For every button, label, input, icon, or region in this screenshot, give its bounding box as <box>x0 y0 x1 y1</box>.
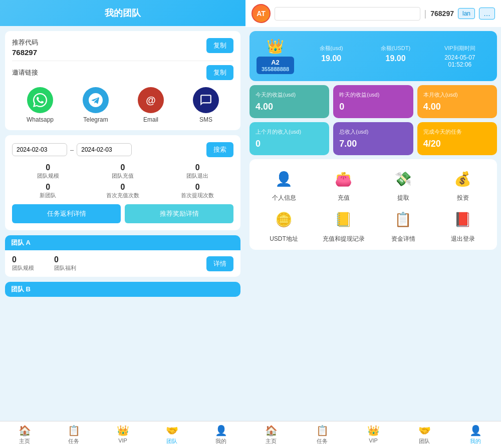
left-nav-team[interactable]: 🤝 团队 <box>147 424 196 445</box>
left-content: 推荐代码 768297 复制 邀请链接 复制 Whatsapp <box>0 26 245 421</box>
task-icon: 📋 <box>68 424 80 436</box>
right-nav-task[interactable]: 📋 任务 <box>297 424 348 445</box>
copy-invite-button[interactable]: 复制 <box>206 65 233 80</box>
referral-reward-button[interactable]: 推荐奖励详情 <box>125 204 233 223</box>
date-to-input[interactable] <box>77 143 132 156</box>
vip-icon: 👑 <box>117 424 129 436</box>
chat-button[interactable]: … <box>479 8 495 20</box>
menu-logout[interactable]: 📕 退出登录 <box>435 207 490 243</box>
balance-usd-col: 余额(usd) 19.00 <box>301 45 361 68</box>
left-nav-vip[interactable]: 👑 VIP <box>98 424 147 445</box>
stat-first-recharge: 0 首次充值次数 <box>87 183 158 199</box>
referral-info: 推荐代码 768297 <box>12 38 38 57</box>
team-icon: 🤝 <box>166 424 178 436</box>
date-dash: – <box>70 146 74 154</box>
left-nav-mine[interactable]: 👤 我的 <box>196 424 245 445</box>
telegram-label: Telegram <box>83 116 108 123</box>
right-nav-mine[interactable]: 👤 我的 <box>450 424 501 445</box>
menu-recharge-record[interactable]: 📒 充值和提现记录 <box>316 207 371 243</box>
menu-withdraw[interactable]: 💸 提取 <box>376 166 430 202</box>
income-today: 今天的收益(usd) 4.00 <box>249 85 329 118</box>
referral-code-row: 推荐代码 768297 复制 <box>12 38 233 57</box>
team-a-welfare: 0 团队福利 <box>54 255 76 272</box>
right-home-icon: 🏠 <box>265 424 278 436</box>
task-rebate-button[interactable]: 任务返利详情 <box>12 204 121 223</box>
date-from-input[interactable] <box>12 143 67 156</box>
menu-fund-detail[interactable]: 📋 资金详情 <box>376 207 430 243</box>
vip-badge: A2 355888888 <box>257 57 294 74</box>
menu-recharge[interactable]: 👛 充值 <box>316 166 371 202</box>
logo: AT <box>252 4 271 23</box>
right-nav-home[interactable]: 🏠 主页 <box>245 424 297 445</box>
email-icon: @ <box>138 87 164 113</box>
recharge-record-icon: 📒 <box>331 207 356 232</box>
fund-detail-icon: 📋 <box>391 207 416 232</box>
income-grid: 今天的收益(usd) 4.00 昨天的收益(usd) 0 本月收入(usd) 4… <box>249 85 497 155</box>
referral-label: 推荐代码 <box>12 38 38 47</box>
mine-icon: 👤 <box>215 424 227 436</box>
team-a-body: 0 团队规模 0 团队福利 详情 <box>5 250 240 277</box>
social-icons-row: Whatsapp Telegram @ Email SMS <box>12 87 233 123</box>
sms-icon <box>193 87 219 113</box>
invest-icon: 💰 <box>450 166 475 191</box>
stat-team-withdraw: 0 团队退出 <box>162 163 233 180</box>
menu-profile[interactable]: 👤 个人信息 <box>257 166 311 202</box>
referral-code: 768297 <box>12 48 38 57</box>
team-b-header: 团队 B <box>5 282 240 297</box>
divider-1 <box>12 61 233 61</box>
right-bottom-nav: 🏠 主页 📋 任务 👑 VIP 🤝 团队 👤 我的 <box>245 421 501 448</box>
stats-grid: 0 团队规模 0 团队充值 0 团队退出 0 新团队 0 首次充值次数 <box>12 163 233 199</box>
income-last-month: 上个月的收入(usd) 0 <box>249 122 329 155</box>
sms-label: SMS <box>199 116 212 123</box>
user-card: 👑 A2 355888888 余额(usd) 19.00 余额(USDT) 19… <box>249 31 497 81</box>
logout-icon: 📕 <box>450 207 475 232</box>
right-nav-team[interactable]: 🤝 团队 <box>399 424 450 445</box>
income-yesterday: 昨天的收益(usd) 0 <box>333 85 413 118</box>
date-filter-row: – 搜索 <box>12 142 233 157</box>
social-item-email[interactable]: @ Email <box>138 87 164 123</box>
right-nav-vip[interactable]: 👑 VIP <box>348 424 399 445</box>
invite-link-row: 邀请链接 复制 <box>12 65 233 80</box>
crown-icon: 👑 <box>267 38 284 55</box>
right-vip-icon: 👑 <box>367 424 380 436</box>
left-nav-home[interactable]: 🏠 主页 <box>0 424 49 445</box>
team-a-section: 团队 A 0 团队规模 0 团队福利 详情 <box>5 235 240 277</box>
user-id: 768297 <box>430 10 454 18</box>
invite-label: 邀请链接 <box>12 68 38 77</box>
stat-team-size: 0 团队规模 <box>12 163 84 180</box>
income-this-month: 本月收入(usd) 4.00 <box>417 85 497 118</box>
action-buttons: 任务返利详情 推荐奖励详情 <box>12 204 233 223</box>
menu-invest[interactable]: 💰 投资 <box>435 166 490 202</box>
stat-first-withdraw: 0 首次提现次数 <box>162 183 233 199</box>
social-item-sms[interactable]: SMS <box>193 87 219 123</box>
right-header: AT | 768297 lan … <box>245 0 501 27</box>
team-b-section: 团队 B <box>5 282 240 297</box>
right-search-input[interactable] <box>275 7 420 21</box>
menu-usdt[interactable]: 🪙 USDT地址 <box>257 207 311 243</box>
profile-icon: 👤 <box>272 166 297 191</box>
social-item-whatsapp[interactable]: Whatsapp <box>27 87 54 123</box>
referral-card: 推荐代码 768297 复制 邀请链接 复制 Whatsapp <box>5 31 240 130</box>
whatsapp-label: Whatsapp <box>27 116 54 123</box>
whatsapp-icon <box>27 87 53 113</box>
recharge-icon: 👛 <box>331 166 356 191</box>
team-a-size: 0 团队规模 <box>12 255 34 272</box>
team-a-detail-button[interactable]: 详情 <box>206 256 233 271</box>
right-team-icon: 🤝 <box>418 424 431 436</box>
withdraw-icon: 💸 <box>391 166 416 191</box>
left-nav-task[interactable]: 📋 任务 <box>49 424 98 445</box>
right-mine-icon: 👤 <box>469 424 482 436</box>
menu-grid: 👤 个人信息 👛 充值 💸 提取 💰 投资 🪙 USDT地址 📒 充值和提现记录… <box>249 159 497 250</box>
copy-code-button[interactable]: 复制 <box>206 38 233 53</box>
language-button[interactable]: lan <box>458 8 475 19</box>
email-label: Email <box>143 116 158 123</box>
stat-new-team: 0 新团队 <box>12 183 84 199</box>
home-icon: 🏠 <box>19 424 31 436</box>
user-stats: 余额(usd) 19.00 余额(USDT) 19.00 VIP到期时间 202… <box>301 45 490 68</box>
income-task: 完成今天的任务 4/20 <box>417 122 497 155</box>
stat-team-recharge: 0 团队充值 <box>87 163 158 180</box>
social-item-telegram[interactable]: Telegram <box>83 87 109 123</box>
search-button[interactable]: 搜索 <box>206 142 233 157</box>
team-a-header: 团队 A <box>5 235 240 250</box>
team-a-stats: 0 团队规模 0 团队福利 <box>12 255 76 272</box>
